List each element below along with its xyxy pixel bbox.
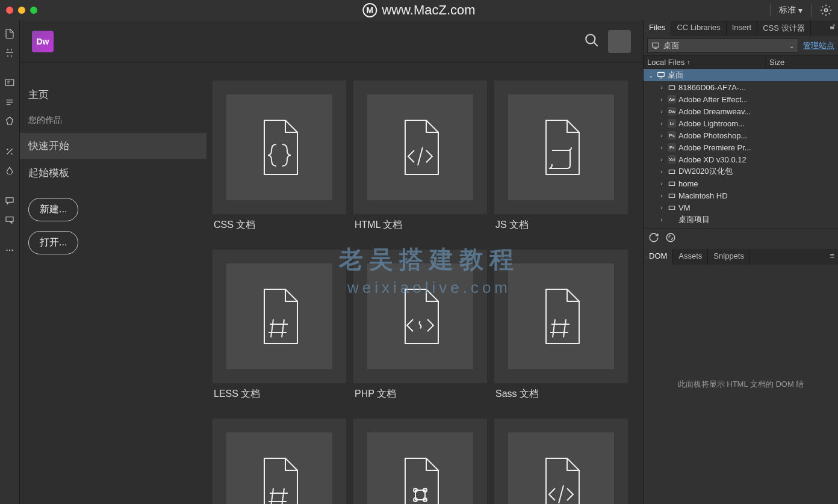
tree-item-label: VM <box>678 203 691 212</box>
tree-item[interactable]: ›DW2020汉化包 <box>644 165 838 177</box>
tree-item[interactable]: ›AeAdobe After Effect... <box>644 93 838 105</box>
template-card-4: PHP 文档 <box>353 250 487 411</box>
chevron-right-icon: › <box>658 180 665 187</box>
template-card-button[interactable] <box>213 250 346 383</box>
svg-rect-16 <box>653 43 659 47</box>
wand-tool-icon[interactable] <box>2 144 17 159</box>
template-card-button[interactable] <box>494 250 628 383</box>
list-tool-icon[interactable] <box>2 95 17 109</box>
chevron-right-icon: › <box>658 132 665 139</box>
minimize-window[interactable] <box>18 7 25 14</box>
refresh-icon[interactable] <box>648 232 659 245</box>
sidebar-item-0[interactable]: 主页 <box>20 82 206 108</box>
tree-item[interactable]: ›81866D06-AF7A-... <box>644 81 838 93</box>
chevron-down-icon: ⌄ <box>647 72 654 79</box>
titlebar-title: M www.MacZ.com <box>362 2 475 18</box>
tree-item[interactable]: ›Macintosh HD <box>644 189 838 201</box>
panel-tab-snippets[interactable]: Snippets <box>708 249 750 265</box>
template-label: Sass 文档 <box>494 388 628 401</box>
sync-settings-icon[interactable] <box>820 4 832 16</box>
manage-tool-icon[interactable] <box>2 46 17 60</box>
chevron-right-icon: › <box>658 156 665 163</box>
sidebar-item-1[interactable]: 您的作品 <box>20 109 206 132</box>
dreamweaver-logo: Dw <box>32 31 54 52</box>
open-button[interactable]: 打开... <box>28 231 78 254</box>
search-icon[interactable] <box>584 32 600 51</box>
tree-item[interactable]: ›PrAdobe Premiere Pr... <box>644 141 838 153</box>
panel-tab-insert[interactable]: Insert <box>727 20 758 36</box>
template-card-button[interactable] <box>494 419 628 504</box>
target-tool-icon[interactable] <box>2 114 17 129</box>
template-card-button[interactable] <box>494 81 628 214</box>
chat-alt-tool-icon[interactable] <box>2 213 17 227</box>
collapse-panel-icon[interactable]: » <box>832 22 836 28</box>
local-files-column[interactable]: Local Files ↑ <box>644 56 766 69</box>
workspace-selector[interactable]: 标准 ▾ <box>779 5 802 16</box>
manage-sites-link[interactable]: 管理站点 <box>803 40 834 51</box>
tree-item[interactable]: ›LrAdobe Lightroom... <box>644 117 838 129</box>
panel-tab-css-设计器[interactable]: CSS 设计器 <box>757 20 810 36</box>
sort-ascending-icon: ↑ <box>687 59 690 66</box>
chevron-down-icon: ▾ <box>798 5 802 15</box>
scroll-file-icon <box>508 94 614 200</box>
template-label: PHP 文档 <box>353 388 487 401</box>
chat-tool-icon[interactable] <box>2 194 17 208</box>
drive-icon <box>668 179 676 188</box>
sidebar-item-2[interactable]: 快速开始 <box>20 133 206 159</box>
template-card-button[interactable] <box>213 419 346 504</box>
titlebar-text: www.MacZ.com <box>382 2 475 18</box>
template-card-button[interactable] <box>353 250 487 383</box>
tree-root[interactable]: ⌄桌面 <box>644 69 838 81</box>
user-avatar[interactable] <box>608 30 631 53</box>
files-panel: 桌面 ⌄ 管理站点 Local Files ↑ Size ⌄桌面›81866D0… <box>644 36 838 249</box>
drive-icon <box>668 83 676 91</box>
close-window[interactable] <box>6 7 13 14</box>
sync-icon[interactable] <box>665 232 676 245</box>
size-column[interactable]: Size <box>766 56 838 69</box>
template-card-button[interactable] <box>353 81 487 214</box>
svg-rect-23 <box>669 194 674 198</box>
paint-tool-icon[interactable] <box>2 164 17 178</box>
files-top-bar: 桌面 ⌄ 管理站点 <box>644 36 838 55</box>
app-icon: Dw <box>668 107 676 115</box>
file-tool-icon[interactable] <box>2 26 17 41</box>
template-card-5: Sass 文档 <box>494 250 628 411</box>
template-label: HTML 文档 <box>353 219 487 232</box>
panel-tab-dom[interactable]: DOM <box>644 249 673 265</box>
tree-item[interactable]: ›home <box>644 177 838 189</box>
chevron-right-icon: › <box>658 192 665 199</box>
sidebar-item-3[interactable]: 起始模板 <box>20 160 206 186</box>
hash-file-icon <box>226 432 332 504</box>
tree-item-label: 桌面项目 <box>678 214 710 225</box>
tree-item[interactable]: ›VM <box>644 201 838 214</box>
panel-tab-files[interactable]: Files <box>644 20 671 36</box>
panel-tab-assets[interactable]: Assets <box>673 249 708 265</box>
tree-item-label: home <box>678 179 698 188</box>
maximize-window[interactable] <box>30 7 37 14</box>
chevron-right-icon: › <box>658 144 665 151</box>
template-card-1: HTML 文档 <box>353 81 487 242</box>
extract-tool-icon[interactable] <box>2 76 17 90</box>
titlebar: M www.MacZ.com 标准 ▾ <box>0 0 838 20</box>
svg-file-icon <box>367 432 473 504</box>
file-tree: ⌄桌面›81866D06-AF7A-...›AeAdobe After Effe… <box>644 69 838 226</box>
svg-rect-21 <box>669 170 674 174</box>
disk-selector[interactable]: 桌面 ⌄ <box>647 38 798 53</box>
panel-menu-icon[interactable]: ≡ <box>826 249 838 265</box>
hash-file-icon <box>226 263 332 369</box>
tree-item[interactable]: ›桌面项目 <box>644 214 838 226</box>
drive-icon <box>668 203 676 212</box>
template-card-button[interactable] <box>213 81 346 214</box>
panel-tab-cc-libraries[interactable]: CC Libraries <box>671 20 726 36</box>
more-tool-icon[interactable] <box>2 243 17 257</box>
tree-item-label: DW2020汉化包 <box>678 166 733 177</box>
tree-item[interactable]: ›DwAdobe Dreamweav... <box>644 105 838 117</box>
svg-point-8 <box>11 250 13 251</box>
tree-item-label: Macintosh HD <box>678 191 728 200</box>
app-icon: Ps <box>668 131 676 140</box>
template-card-button[interactable] <box>353 419 487 504</box>
tree-item[interactable]: ›PsAdobe Photoshop... <box>644 129 838 141</box>
template-grid: CSS 文档HTML 文档JS 文档LESS 文档PHP 文档Sass 文档 <box>213 81 637 504</box>
tree-item[interactable]: ›XdAdobe XD v30.0.12 <box>644 153 838 165</box>
new-button[interactable]: 新建... <box>28 198 78 221</box>
